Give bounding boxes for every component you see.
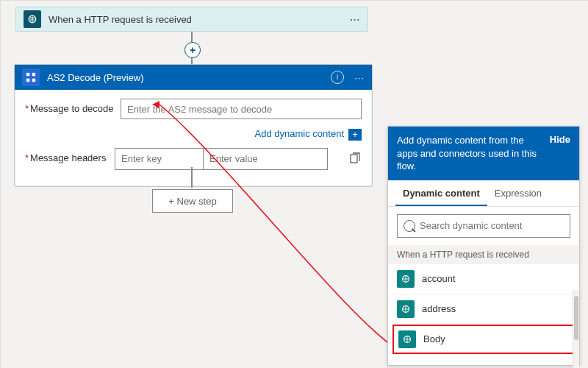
http-token-icon [398,330,416,348]
add-dynamic-content-chip-icon: + [348,129,362,141]
as2-header[interactable]: AS2 Decode (Preview) i ··· [15,65,372,90]
header-key-input[interactable] [115,148,203,170]
trigger-title: When a HTTP request is received [49,14,350,25]
http-trigger-icon [24,10,41,28]
scrollbar-thumb[interactable] [574,296,578,340]
search-dynamic-content[interactable] [397,214,570,238]
dynamic-item-body[interactable]: Body [392,325,575,354]
header-value-input[interactable] [203,148,328,170]
search-input[interactable] [415,219,564,232]
dynamic-group-header: When a HTTP request is received [388,245,579,264]
dynamic-panel-intro: Add dynamic content from the apps and co… [397,134,544,173]
dynamic-item-address[interactable]: address [388,294,579,325]
info-icon[interactable]: i [331,71,344,84]
http-token-icon [397,270,415,288]
headers-mode-icon[interactable] [350,152,362,170]
search-icon [404,220,415,232]
svg-rect-4 [32,79,35,82]
svg-rect-3 [26,79,29,82]
step-menu-icon[interactable]: ··· [354,72,365,83]
svg-rect-5 [351,155,357,163]
dynamic-item-account[interactable]: account [388,264,579,294]
dynamic-content-panel: Add dynamic content from the apps and co… [387,126,580,366]
annotation-arrow-head [152,101,159,108]
connector-line [191,167,193,188]
connector-line [191,32,193,42]
tab-expression[interactable]: Expression [487,180,549,206]
as2-decode-card: AS2 Decode (Preview) i ··· *Message to d… [14,64,373,187]
as2-icon [22,68,40,86]
message-headers-label: *Message headers [25,148,115,163]
as2-title: AS2 Decode (Preview) [47,72,331,83]
trigger-card[interactable]: When a HTTP request is received ··· [15,7,368,32]
tab-dynamic-content[interactable]: Dynamic content [395,180,487,206]
trigger-menu-icon[interactable]: ··· [350,14,360,25]
hide-panel-link[interactable]: Hide [550,134,570,173]
new-step-button[interactable]: + New step [152,189,233,213]
message-to-decode-label: *Message to decode [25,99,121,114]
insert-step-button[interactable]: + [184,42,201,58]
http-token-icon [397,300,415,318]
add-dynamic-content-link[interactable]: Add dynamic content+ [25,124,362,148]
svg-rect-1 [26,73,29,76]
svg-rect-2 [32,73,35,76]
